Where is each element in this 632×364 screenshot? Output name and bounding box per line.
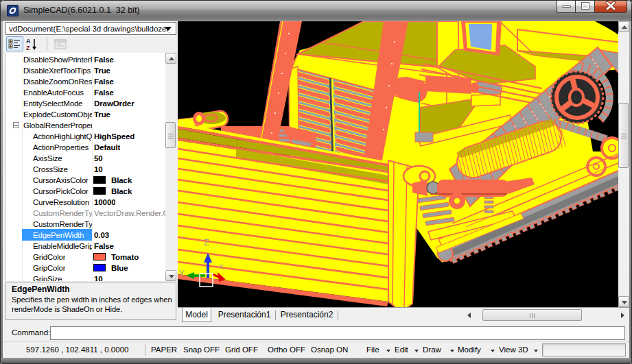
svg-text:×: × [219, 262, 224, 271]
svg-text:Z: Z [26, 45, 30, 51]
svg-text:A: A [26, 38, 31, 45]
svg-text:Y: Y [179, 269, 185, 278]
svg-text:Z: Z [204, 237, 209, 247]
